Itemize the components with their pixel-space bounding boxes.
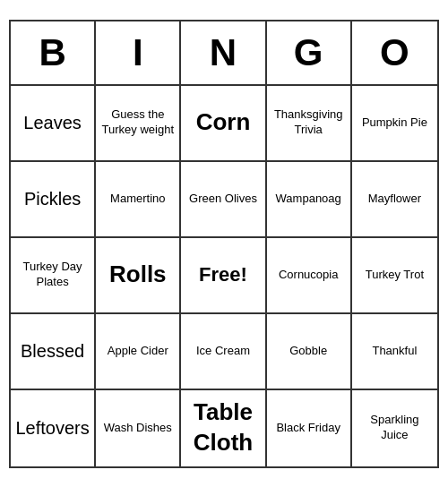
cell-label: Black Friday	[276, 421, 340, 436]
bingo-cell: Ice Cream	[181, 314, 266, 390]
cell-label: Leaves	[23, 111, 82, 134]
bingo-cell: Pickles	[11, 162, 96, 238]
bingo-cell: Rolls	[96, 238, 181, 314]
cell-label: Apple Cider	[108, 344, 168, 359]
bingo-header: BINGO	[11, 21, 437, 86]
cell-label: Sparkling Juice	[356, 413, 434, 443]
bingo-cell: Leaves	[11, 86, 96, 162]
cell-label: Cornucopia	[279, 268, 339, 283]
cell-label: Leftovers	[15, 416, 89, 440]
cell-label: Wampanoag	[276, 192, 341, 207]
bingo-cell: Leftovers	[11, 390, 96, 466]
cell-label: Rolls	[109, 260, 167, 290]
header-letter: G	[267, 21, 352, 84]
bingo-cell: Wash Dishes	[96, 390, 181, 466]
bingo-cell: Mayflower	[352, 162, 437, 238]
bingo-cell: Guess the Turkey weight	[96, 86, 181, 162]
header-letter: B	[11, 21, 96, 84]
cell-label: Corn	[196, 107, 251, 138]
bingo-cell: Free!	[181, 238, 266, 314]
cell-label: Thankful	[372, 344, 417, 359]
bingo-cell: Corn	[181, 86, 266, 162]
cell-label: Turkey Trot	[366, 268, 424, 283]
cell-label: Free!	[199, 262, 247, 288]
bingo-cell: Thankful	[352, 314, 437, 390]
bingo-cell: Gobble	[267, 314, 352, 390]
bingo-cell: Thanksgiving Trivia	[267, 86, 352, 162]
bingo-cell: Apple Cider	[96, 314, 181, 390]
bingo-cell: Sparkling Juice	[352, 390, 437, 466]
header-letter: I	[96, 21, 181, 84]
bingo-cell: Table Cloth	[181, 390, 266, 466]
cell-label: Green Olives	[189, 192, 257, 207]
cell-label: Pickles	[24, 187, 81, 210]
bingo-cell: Turkey Day Plates	[11, 238, 96, 314]
bingo-cell: Turkey Trot	[352, 238, 437, 314]
bingo-cell: Green Olives	[181, 162, 266, 238]
bingo-cell: Blessed	[11, 314, 96, 390]
cell-label: Ice Cream	[196, 344, 250, 359]
header-letter: O	[352, 21, 437, 84]
header-letter: N	[181, 21, 266, 84]
cell-label: Blessed	[21, 339, 84, 363]
cell-label: Thanksgiving Trivia	[271, 107, 347, 138]
bingo-cell: Wampanoag	[267, 162, 352, 238]
cell-label: Mamertino	[110, 192, 165, 207]
cell-label: Turkey Day Plates	[14, 260, 90, 290]
bingo-cell: Black Friday	[267, 390, 352, 466]
bingo-cell: Pumpkin Pie	[352, 86, 437, 162]
bingo-cell: Mamertino	[96, 162, 181, 238]
cell-label: Wash Dishes	[104, 421, 172, 436]
cell-label: Table Cloth	[185, 397, 261, 458]
bingo-cell: Cornucopia	[267, 238, 352, 314]
cell-label: Guess the Turkey weight	[99, 107, 176, 138]
bingo-card: BINGO LeavesGuess the Turkey weightCornT…	[9, 20, 439, 468]
cell-label: Gobble	[289, 344, 327, 359]
cell-label: Pumpkin Pie	[362, 115, 427, 131]
cell-label: Mayflower	[368, 192, 421, 207]
bingo-grid: LeavesGuess the Turkey weightCornThanksg…	[11, 86, 437, 466]
